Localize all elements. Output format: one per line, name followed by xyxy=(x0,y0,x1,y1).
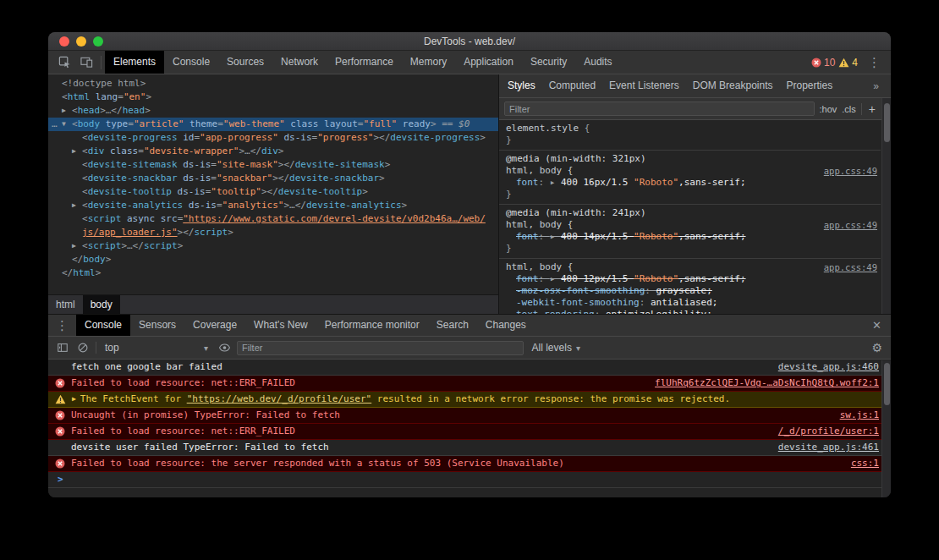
tab-sources[interactable]: Sources xyxy=(218,51,272,74)
more-options-icon[interactable]: ⋮ xyxy=(861,55,887,70)
console-settings-gear-icon[interactable]: ⚙ xyxy=(870,341,884,354)
source-link[interactable]: flUhRq6tzZclQEJ-Vdg-…aDsNcIhQ8tQ.woff2:1 xyxy=(655,376,879,391)
code-token: >…</ xyxy=(121,240,144,251)
code-token: </ xyxy=(62,267,73,278)
minimize-window-button[interactable] xyxy=(76,36,86,47)
tab-application[interactable]: Application xyxy=(455,51,522,74)
drawer-tab-performance-monitor[interactable]: Performance monitor xyxy=(316,315,428,336)
css-property-overridden[interactable]: font: ▸ 400 14px/1.5 "Roboto",sans-serif… xyxy=(499,231,881,243)
dom-node-devsite-tooltip[interactable]: <devsite-tooltip ds-is="tooltip"></devsi… xyxy=(48,185,498,199)
new-style-rule-button[interactable]: + xyxy=(867,102,877,116)
rule-selector[interactable]: html, body {app.css:49 xyxy=(499,219,881,231)
zoom-window-button[interactable] xyxy=(93,36,103,47)
drawer-tab-whats-new[interactable]: What's New xyxy=(245,315,316,336)
console-scrollbar-thumb[interactable] xyxy=(884,363,890,405)
styles-filter-input[interactable] xyxy=(504,102,815,116)
tab-elements[interactable]: Elements xyxy=(105,51,164,74)
code-token: body xyxy=(78,118,101,129)
console-sidebar-icon[interactable] xyxy=(55,342,70,354)
dom-node-html[interactable]: <html lang="en"> xyxy=(48,91,498,104)
tab-network[interactable]: Network xyxy=(272,51,327,74)
dom-node-doctype[interactable]: <!doctype html> xyxy=(48,77,498,91)
rule-selector[interactable]: html, body {app.css:49 xyxy=(499,261,881,273)
execution-context-select[interactable]: top ▾ xyxy=(102,342,211,354)
expand-arrow-icon[interactable]: ▶ xyxy=(72,392,76,407)
tab-audits[interactable]: Audits xyxy=(575,51,620,74)
source-link[interactable]: /_d/profile/user:1 xyxy=(778,424,879,439)
code-token: > xyxy=(145,105,151,116)
live-expression-eye-icon[interactable] xyxy=(217,342,232,354)
console-scrollbar[interactable] xyxy=(881,360,891,497)
tab-performance[interactable]: Performance xyxy=(327,51,402,74)
source-link[interactable]: devsite_app.js:460 xyxy=(778,360,879,375)
tab-dom-breakpoints[interactable]: DOM Breakpoints xyxy=(686,74,780,97)
stylesheet-link[interactable]: app.css:49 xyxy=(824,261,877,273)
log-level-select[interactable]: All levels ▾ xyxy=(529,342,584,354)
drawer-menu-icon[interactable]: ⋮ xyxy=(48,315,76,336)
element-style-selector[interactable]: element.style { xyxy=(499,123,881,135)
console-prompt[interactable]: > xyxy=(48,472,891,488)
code-token: devsite-progress xyxy=(390,132,480,143)
close-window-button[interactable] xyxy=(59,36,69,47)
expand-arrow-icon[interactable]: ▶ xyxy=(62,104,70,118)
rule-selector[interactable]: html, body {app.css:49 xyxy=(499,165,881,177)
css-property-overridden[interactable]: -moz-osx-font-smoothing: grayscale; xyxy=(499,285,881,297)
css-property-overridden[interactable]: font: ▸ 400 12px/1.5 "Roboto",sans-serif… xyxy=(499,273,881,285)
expand-arrow-icon[interactable]: ▶ xyxy=(72,145,80,158)
warning-count-badge[interactable]: 4 xyxy=(838,57,858,69)
css-property[interactable]: -webkit-font-smoothing: antialiased; xyxy=(499,297,881,309)
media-query[interactable]: @media (min-width: 321px) xyxy=(499,153,881,165)
tab-computed[interactable]: Computed xyxy=(542,74,602,97)
tab-event-listeners[interactable]: Event Listeners xyxy=(602,74,686,97)
tab-security[interactable]: Security xyxy=(522,51,575,74)
source-link[interactable]: devsite_app.js:461 xyxy=(778,440,879,455)
dom-node-devsite-progress[interactable]: <devsite-progress id="app-progress" ds-i… xyxy=(48,131,498,145)
media-query[interactable]: @media (min-width: 241px) xyxy=(499,207,881,219)
inspect-icon[interactable] xyxy=(53,51,75,74)
drawer-tab-sensors[interactable]: Sensors xyxy=(130,315,184,336)
drawer-tab-changes[interactable]: Changes xyxy=(477,315,535,336)
close-drawer-icon[interactable]: ✕ xyxy=(863,315,891,336)
dom-node-script-loader[interactable]: <script async src="https://www.gstatic.c… xyxy=(48,212,498,226)
source-link[interactable]: css:1 xyxy=(851,456,879,471)
styles-scrollbar-thumb[interactable] xyxy=(884,103,890,142)
dom-node-body-selected[interactable]: …▼<body type="article" theme="web-theme"… xyxy=(48,118,498,131)
code-token: ></ xyxy=(373,132,390,143)
expand-arrow-icon[interactable]: ▶ xyxy=(72,199,80,212)
breadcrumb-html[interactable]: html xyxy=(48,295,83,314)
source-link[interactable]: sw.js:1 xyxy=(840,408,879,423)
tab-memory[interactable]: Memory xyxy=(402,51,455,74)
stylesheet-link[interactable]: app.css:49 xyxy=(824,219,877,231)
dom-node-script-inline[interactable]: ▶<script>…</script> xyxy=(48,239,498,253)
tab-styles[interactable]: Styles xyxy=(501,74,542,97)
tab-console[interactable]: Console xyxy=(164,51,218,74)
drawer-tab-coverage[interactable]: Coverage xyxy=(184,315,245,336)
dom-node-head[interactable]: ▶<head>…</head> xyxy=(48,104,498,118)
dom-node-devsite-snackbar[interactable]: <devsite-snackbar ds-is="snackbar"></dev… xyxy=(48,172,498,185)
url-link[interactable]: "https://web.dev/_d/profile/user" xyxy=(187,393,372,404)
dom-node-script-loader-wrap[interactable]: js/app_loader.js"></script> xyxy=(48,226,498,239)
collapse-arrow-icon[interactable]: ▼ xyxy=(62,118,70,131)
expand-arrow-icon[interactable]: ▶ xyxy=(72,239,80,253)
toggle-pseudo-button[interactable]: :hov xyxy=(820,104,837,114)
toggle-class-button[interactable]: .cls xyxy=(842,104,856,114)
clear-console-icon[interactable] xyxy=(75,342,91,354)
dom-node-devsite-wrapper[interactable]: ▶<div class="devsite-wrapper">…</div> xyxy=(48,145,498,158)
device-toolbar-icon[interactable] xyxy=(75,51,97,74)
tab-properties[interactable]: Properties xyxy=(779,74,839,97)
styles-scrollbar[interactable] xyxy=(881,98,891,314)
drawer-tab-console[interactable]: Console xyxy=(76,315,130,336)
dom-node-body-close[interactable]: </body> xyxy=(48,253,498,266)
overflow-tabs-icon[interactable]: » xyxy=(868,80,891,92)
dom-node-html-close[interactable]: </html> xyxy=(48,266,498,280)
gutter-dots-icon[interactable]: … xyxy=(52,118,58,131)
drawer-tab-search[interactable]: Search xyxy=(428,315,477,336)
breadcrumb-body[interactable]: body xyxy=(83,295,120,314)
dom-node-devsite-analytics[interactable]: ▶<devsite-analytics ds-is="analytics">…<… xyxy=(48,199,498,212)
error-count-badge[interactable]: 10 xyxy=(811,57,835,69)
stylesheet-link[interactable]: app.css:49 xyxy=(824,165,877,177)
dom-node-devsite-sitemask[interactable]: <devsite-sitemask ds-is="site-mask"></de… xyxy=(48,158,498,172)
code-token: "progress" xyxy=(317,132,373,143)
console-filter-input[interactable] xyxy=(237,341,524,355)
css-property[interactable]: font: ▸ 400 16px/1.5 "Roboto",sans-serif… xyxy=(499,177,881,189)
